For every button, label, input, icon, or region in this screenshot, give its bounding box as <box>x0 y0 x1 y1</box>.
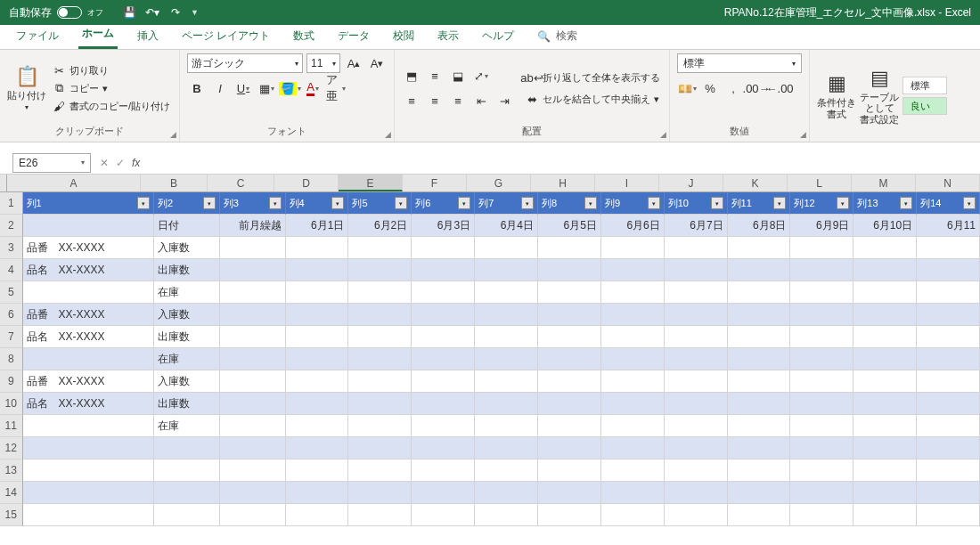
cell[interactable] <box>286 482 349 504</box>
filter-icon[interactable]: ▾ <box>837 197 849 209</box>
row-header[interactable]: 5 <box>0 281 23 304</box>
cell[interactable] <box>853 326 917 348</box>
cell[interactable] <box>348 326 412 348</box>
cell[interactable]: 品番 XX-XXXX <box>23 237 154 259</box>
cell[interactable] <box>790 281 853 304</box>
cell[interactable] <box>665 437 728 460</box>
search-box[interactable]: 🔍 検索 <box>534 23 581 49</box>
cell[interactable] <box>538 237 601 259</box>
cell[interactable] <box>538 393 601 415</box>
cell[interactable] <box>728 370 791 393</box>
cell[interactable] <box>790 437 853 460</box>
name-box[interactable]: E26▾ <box>12 153 91 173</box>
cell[interactable] <box>728 304 791 326</box>
row-header[interactable]: 1 <box>0 192 23 215</box>
cell[interactable] <box>601 415 665 437</box>
qat-dropdown-icon[interactable]: ▼ <box>191 8 199 17</box>
cell[interactable] <box>220 259 286 281</box>
cell[interactable] <box>538 281 601 304</box>
cell[interactable] <box>665 281 728 304</box>
cell[interactable] <box>665 482 728 504</box>
cell[interactable] <box>286 504 349 526</box>
cell[interactable] <box>917 326 980 348</box>
cell[interactable] <box>412 259 475 281</box>
spreadsheet-grid[interactable]: ABCDEFGHIJKLMN 1列1▾列2▾列3▾列4▾列5▾列6▾列7▾列8▾… <box>0 175 980 526</box>
align-middle-button[interactable]: ≡ <box>425 66 445 85</box>
tab-file[interactable]: ファイル <box>12 23 62 49</box>
cell[interactable] <box>728 482 791 504</box>
row-header[interactable]: 3 <box>0 237 23 259</box>
cell[interactable] <box>728 393 791 415</box>
cell[interactable] <box>220 281 286 304</box>
cell[interactable] <box>917 415 980 437</box>
autosave-toggle[interactable]: 自動保存 オフ <box>0 5 112 20</box>
column-header[interactable]: L <box>788 175 852 191</box>
number-format-combo[interactable]: 標準▾ <box>677 53 802 73</box>
cell[interactable] <box>348 415 412 437</box>
cell[interactable] <box>790 370 853 393</box>
cell[interactable] <box>665 237 728 259</box>
cell[interactable] <box>348 460 412 482</box>
filter-icon[interactable]: ▾ <box>269 197 282 209</box>
table-header-cell[interactable]: 列2▾ <box>154 192 220 215</box>
cell[interactable] <box>348 259 412 281</box>
table-header-cell[interactable]: 列12▾ <box>790 192 853 215</box>
cell[interactable]: 6月7日 <box>665 215 728 237</box>
cell[interactable] <box>853 259 917 281</box>
row-header[interactable]: 10 <box>0 393 23 415</box>
undo-icon[interactable]: ↶▾ <box>144 4 160 20</box>
cell[interactable] <box>917 348 980 370</box>
cell[interactable] <box>475 304 538 326</box>
cell[interactable] <box>154 504 220 526</box>
save-icon[interactable]: 💾 <box>121 4 137 20</box>
border-button[interactable]: ▦ <box>257 78 276 98</box>
row-header[interactable]: 11 <box>0 415 23 437</box>
cell[interactable] <box>601 504 665 526</box>
cell[interactable] <box>728 259 791 281</box>
filter-icon[interactable]: ▾ <box>458 197 470 209</box>
cell[interactable] <box>917 237 980 259</box>
cell[interactable]: 品名 XX-XXXX <box>23 259 154 281</box>
orientation-button[interactable]: ⤢ <box>471 66 491 85</box>
column-header[interactable]: H <box>531 175 595 191</box>
cell[interactable] <box>917 437 980 460</box>
cell[interactable] <box>917 482 980 504</box>
font-color-button[interactable]: A <box>303 78 323 98</box>
cell[interactable]: 6月6日 <box>601 215 665 237</box>
filter-icon[interactable]: ▾ <box>521 197 534 209</box>
table-header-cell[interactable]: 列11▾ <box>728 192 791 215</box>
filter-icon[interactable]: ▾ <box>331 197 344 209</box>
decrease-decimal-button[interactable]: ←.00 <box>770 78 789 98</box>
cell[interactable] <box>665 348 728 370</box>
cell[interactable] <box>412 393 475 415</box>
cell[interactable] <box>790 326 853 348</box>
cell[interactable] <box>286 326 349 348</box>
cell[interactable] <box>853 415 917 437</box>
cell-style-normal[interactable]: 標準 <box>902 77 947 94</box>
table-header-cell[interactable]: 列9▾ <box>601 192 665 215</box>
italic-button[interactable]: I <box>210 78 230 98</box>
tab-formulas[interactable]: 数式 <box>290 23 318 49</box>
row-header[interactable]: 13 <box>0 460 23 482</box>
cell[interactable] <box>154 437 220 460</box>
cell[interactable] <box>853 237 917 259</box>
column-header[interactable]: I <box>595 175 659 191</box>
cell[interactable] <box>286 304 349 326</box>
cell[interactable] <box>728 460 791 482</box>
cell[interactable]: 入庫数 <box>154 304 220 326</box>
column-header[interactable]: G <box>467 175 531 191</box>
cell[interactable] <box>538 326 601 348</box>
cell[interactable]: 在庫 <box>154 281 220 304</box>
cell[interactable] <box>790 482 853 504</box>
cell[interactable] <box>412 460 475 482</box>
filter-icon[interactable]: ▾ <box>137 197 150 209</box>
cell[interactable] <box>220 460 286 482</box>
table-header-cell[interactable]: 列8▾ <box>538 192 601 215</box>
dialog-launcher-icon[interactable]: ◢ <box>660 130 666 139</box>
cell[interactable] <box>412 437 475 460</box>
table-header-cell[interactable]: 列10▾ <box>665 192 728 215</box>
row-header[interactable]: 15 <box>0 504 23 526</box>
cell[interactable] <box>917 393 980 415</box>
row-header[interactable]: 8 <box>0 348 23 370</box>
cell[interactable] <box>601 482 665 504</box>
